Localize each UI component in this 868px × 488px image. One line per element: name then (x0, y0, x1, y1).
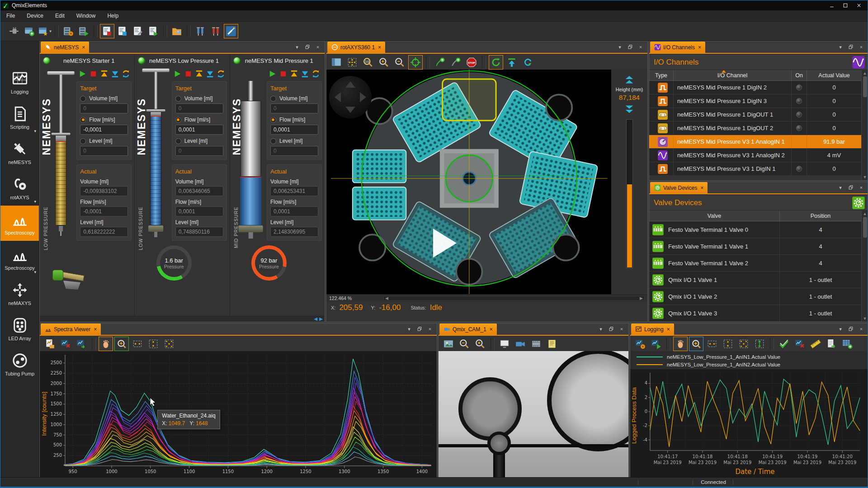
chart-clear-icon[interactable] (793, 337, 807, 351)
radio-unselected[interactable] (80, 96, 86, 102)
pump-bottom-icon[interactable] (205, 69, 215, 79)
on-toggle[interactable] (796, 112, 802, 117)
zoom-v-icon[interactable] (721, 337, 735, 351)
table-row[interactable]: Festo Valve Terminal 1 Valve 1 4 (649, 238, 861, 255)
lift-down-icon[interactable] (623, 104, 635, 115)
col-on[interactable]: On (792, 70, 807, 80)
sidebar-item-scripting[interactable]: Scripting ▾ (0, 100, 39, 135)
tab-rotaxys360[interactable]: 360 rotAXYS360 1 × (327, 42, 385, 53)
maximize-button[interactable] (839, 1, 852, 10)
script-run-icon[interactable] (76, 24, 91, 38)
target-field-value[interactable]: 0 (270, 146, 318, 156)
target-field-value[interactable]: 0,0001 (270, 125, 318, 135)
col-position[interactable]: Position (780, 211, 861, 221)
logging-chart[interactable]: Logged Process Data 420-2-410:41:17Mai 2… (630, 369, 868, 478)
tab-spectra-viewer[interactable]: Spectra Viewer × (41, 324, 101, 335)
zoom-in-icon[interactable] (377, 55, 391, 70)
radio-selected[interactable] (80, 117, 86, 123)
script-edit-icon[interactable] (61, 24, 75, 38)
scroll-down-icon[interactable]: ▼ (863, 316, 867, 321)
panel-float-button[interactable] (304, 44, 311, 50)
camera-image[interactable] (439, 351, 628, 478)
close-button[interactable] (852, 1, 866, 10)
panel-close-button[interactable]: × (858, 184, 864, 191)
menu-edit[interactable]: Edit (49, 11, 71, 21)
image-icon[interactable] (441, 337, 456, 351)
panel-menu-button[interactable]: ▾ (617, 44, 623, 50)
panel-float-button[interactable] (848, 326, 854, 332)
camera-icon[interactable] (513, 337, 528, 351)
syringe-wizard-icon[interactable] (224, 24, 238, 38)
film-icon[interactable] (529, 337, 543, 351)
waypoint-flag-icon[interactable] (448, 55, 463, 70)
tab-logging[interactable]: Logging × (631, 324, 674, 335)
panel-close-button[interactable]: × (858, 326, 864, 332)
connect-icon[interactable] (7, 24, 21, 38)
target-field-value[interactable]: 0 (80, 146, 128, 156)
pump-refresh-icon[interactable] (311, 69, 321, 79)
table-row[interactable]: Festo Valve Terminal 1 Valve 0 4 (649, 221, 861, 238)
pump-top-icon[interactable] (289, 69, 299, 79)
process-pause-icon[interactable] (115, 24, 130, 38)
tab-nemesys[interactable]: neMESYS × (41, 42, 89, 53)
scroll-up-icon[interactable]: ▲ (863, 211, 867, 216)
chart-open-icon[interactable] (42, 337, 57, 351)
panel-float-button[interactable] (848, 44, 854, 50)
tab-io-channels[interactable]: I/O Channels × (650, 42, 705, 53)
sidebar-item-tubing-pump[interactable]: Tubing Pump (0, 347, 39, 382)
ruler-icon[interactable] (808, 337, 823, 351)
scroll-thumb[interactable] (863, 217, 867, 238)
panel-close-button[interactable]: × (858, 44, 864, 50)
panel-float-button[interactable] (416, 326, 423, 332)
export-doc-icon[interactable] (824, 337, 839, 351)
target-radio-row[interactable]: Level [ml] (175, 138, 223, 144)
video-play-overlay-icon[interactable] (433, 229, 457, 258)
tab-close-icon[interactable]: × (82, 44, 85, 51)
pump-bottom-icon[interactable] (300, 69, 310, 79)
table-row[interactable]: Qmix I/O 1 Valve 2 1 - outlet (649, 288, 861, 305)
on-toggle[interactable] (796, 166, 802, 172)
table-row[interactable]: neMESYS Mid Pressure V3 1 DigIN 1 0 (649, 162, 861, 176)
nav-right-icon[interactable] (360, 92, 366, 102)
target-radio-row[interactable]: Flow [ml/s] (270, 117, 318, 123)
panel-close-button[interactable]: × (637, 44, 644, 50)
target-field-value[interactable]: -0,0001 (80, 125, 128, 135)
target-radio-row[interactable]: Volume [ml] (270, 95, 318, 102)
menu-window[interactable]: Window (71, 11, 102, 21)
panel-menu-button[interactable]: ▾ (598, 326, 604, 332)
expand-caret-icon[interactable]: ▾ (34, 129, 36, 133)
stop-sign-icon[interactable]: STOP (464, 55, 479, 70)
pump-stop-icon[interactable] (184, 69, 193, 79)
table-row[interactable]: neMESYS Mid Pressure 1 DigIN 3 0 (649, 94, 861, 108)
lift-up-icon[interactable] (623, 73, 635, 84)
radio-selected[interactable] (270, 117, 276, 123)
expand-caret-icon[interactable]: ▾ (34, 270, 36, 274)
target-radio-row[interactable]: Level [ml] (270, 138, 318, 144)
on-toggle[interactable] (796, 125, 802, 131)
legend-item[interactable]: neMESYS_Low_Pressure_1_AnIN2.Actual Valu… (637, 361, 868, 368)
target-field-value[interactable]: 0 (80, 103, 128, 113)
col-channel[interactable]: I/O Channel (674, 70, 792, 80)
process-write-icon[interactable] (131, 24, 145, 38)
home-up-icon[interactable] (505, 55, 519, 70)
process-stop-icon[interactable] (100, 24, 114, 38)
minimize-button[interactable] (825, 1, 839, 10)
tab-qmix-cam[interactable]: Qmix_CAM_1 × (439, 324, 497, 335)
table-row[interactable]: Qmix I/O 1 Valve 3 1 - outlet (649, 305, 861, 322)
target-radio-row[interactable]: Level [ml] (80, 138, 128, 144)
panel-menu-button[interactable]: ▾ (294, 44, 300, 50)
panel-close-button[interactable]: × (618, 326, 625, 332)
target-radio-row[interactable]: Volume [ml] (175, 95, 223, 102)
zoom-select-icon[interactable] (689, 337, 703, 351)
pump-top-icon[interactable] (99, 69, 109, 79)
zoom-select-icon[interactable] (114, 337, 129, 351)
radio-unselected[interactable] (270, 138, 276, 144)
sidebar-item-nemaxys[interactable]: neMAXYS (0, 276, 39, 311)
zoom-fit-icon[interactable] (736, 337, 751, 351)
pump-refresh-icon[interactable] (121, 69, 131, 79)
scroll-thumb[interactable] (863, 76, 867, 97)
zoom-in-icon[interactable] (473, 337, 487, 351)
table-add-icon[interactable] (840, 337, 854, 351)
sidebar-item-nemesys[interactable]: neMESYS (0, 135, 39, 170)
chart-play-icon[interactable] (649, 337, 663, 351)
